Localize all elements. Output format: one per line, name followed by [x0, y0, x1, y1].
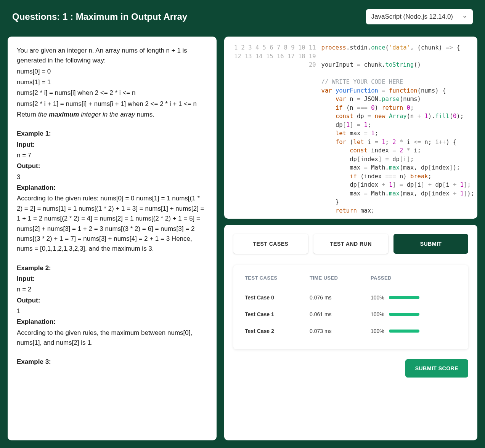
result-row: Test Case 20.073 ms100%: [245, 323, 457, 339]
result-row: Test Case 00.076 ms100%: [245, 289, 457, 306]
right-column: 1 2 3 4 5 6 7 8 9 10 11 12 13 14 15 16 1…: [224, 37, 477, 440]
results-table-header: TEST CASES TIME USED PASSED: [245, 275, 457, 281]
progress-bar: [389, 313, 419, 316]
example-1-label: Example 1:: [17, 129, 205, 139]
example-1-output: 3: [17, 172, 205, 182]
problem-scroll[interactable]: You are given an integer n. An array num…: [17, 46, 212, 431]
page-header: Questions: 1 : Maximum in Output Array J…: [0, 0, 485, 37]
submit-score-wrap: SUBMIT SCORE: [233, 359, 468, 378]
col-header-cases: TEST CASES: [245, 275, 310, 281]
result-time: 0.061 ms: [310, 311, 371, 317]
output-label: Output:: [17, 161, 205, 171]
language-select[interactable]: JavaScript (Node.js 12.14.0): [366, 9, 473, 24]
problem-rule: nums[0] = 0: [17, 67, 205, 77]
problem-intro: You are given an integer n. An array num…: [17, 46, 205, 66]
result-time: 0.076 ms: [310, 294, 371, 301]
test-cases-button[interactable]: TEST CASES: [233, 234, 308, 254]
example-2-input: n = 2: [17, 285, 205, 294]
action-button-row: TEST CASES TEST AND RUN SUBMIT: [233, 234, 468, 254]
input-label: Input:: [17, 140, 205, 150]
problem-rule: nums[2 * i + 1] = nums[i] + nums[i + 1] …: [17, 99, 205, 109]
result-passed: 100%: [371, 328, 457, 334]
example-2-explanation: According to the given rules, the maximu…: [17, 328, 205, 348]
explanation-label: Explanation:: [17, 183, 205, 193]
result-name: Test Case 1: [245, 311, 310, 317]
language-select-value: JavaScript (Node.js 12.14.0): [371, 13, 453, 21]
result-name: Test Case 2: [245, 328, 310, 334]
main-area: You are given an integer n. An array num…: [0, 37, 485, 448]
input-label: Input:: [17, 274, 205, 284]
problem-panel: You are given an integer n. An array num…: [8, 37, 217, 440]
test-and-run-button[interactable]: TEST AND RUN: [313, 234, 388, 254]
line-gutter: 1 2 3 4 5 6 7 8 9 10 11 12 13 14 15 16 1…: [230, 43, 321, 215]
result-passed: 100%: [371, 294, 457, 301]
submit-score-button[interactable]: SUBMIT SCORE: [405, 359, 468, 378]
col-header-time: TIME USED: [310, 275, 371, 281]
example-1-input: n = 7: [17, 150, 205, 160]
example-2-label: Example 2:: [17, 263, 205, 273]
page-title: Questions: 1 : Maximum in Output Array: [12, 11, 187, 22]
example-2-output: 1: [17, 306, 205, 316]
code-content[interactable]: process.stdin.once('data', (chunk) => { …: [321, 43, 474, 215]
result-passed: 100%: [371, 311, 457, 317]
example-1-explanation: According to the given rules: nums[0] = …: [17, 194, 205, 254]
submit-button[interactable]: SUBMIT: [393, 234, 468, 254]
progress-bar: [389, 330, 419, 333]
problem-return: Return the maximum integer in the array …: [17, 110, 205, 120]
result-row: Test Case 10.061 ms100%: [245, 306, 457, 323]
progress-bar: [389, 296, 419, 299]
explanation-label: Explanation:: [17, 317, 205, 327]
results-panel: TEST CASES TEST AND RUN SUBMIT TEST CASE…: [224, 225, 477, 440]
output-label: Output:: [17, 296, 205, 306]
result-name: Test Case 0: [245, 294, 310, 301]
results-table: TEST CASES TIME USED PASSED Test Case 00…: [233, 265, 468, 349]
code-editor-panel: 1 2 3 4 5 6 7 8 9 10 11 12 13 14 15 16 1…: [224, 37, 477, 219]
chevron-down-icon: [462, 14, 467, 19]
col-header-passed: PASSED: [371, 275, 457, 281]
code-editor[interactable]: 1 2 3 4 5 6 7 8 9 10 11 12 13 14 15 16 1…: [230, 43, 474, 215]
problem-rule: nums[2 * i] = nums[i] when 2 <= 2 * i <=…: [17, 88, 205, 98]
example-3-label: Example 3:: [17, 357, 205, 367]
result-time: 0.073 ms: [310, 328, 371, 334]
problem-rule: nums[1] = 1: [17, 77, 205, 87]
